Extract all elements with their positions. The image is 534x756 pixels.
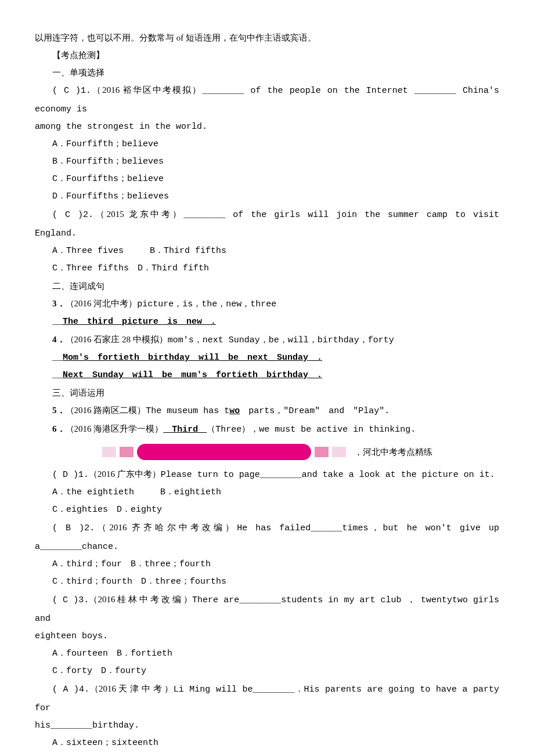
p1-c: C．eighties [52, 505, 108, 515]
q4-ans2: __Next Sunday will be mum's fortieth bir… [35, 367, 499, 384]
p3-ab: A．fourteen B．fortieth [35, 645, 499, 663]
q5: 5．（2016 路南区二模）The museum has two parts，"… [35, 401, 499, 420]
q3-stem: picture，is，the，new，three [137, 299, 276, 309]
p1-src: （2016 广东中考） [89, 469, 161, 479]
section-part1: 一、单项选择 [35, 64, 499, 81]
p4-stem: ( A )4.（2016 天 津 中 考 ）Li Ming will be___… [35, 680, 499, 717]
p3-b: B．fortieth [117, 649, 172, 659]
q2-b: B．Third fifths [150, 246, 226, 256]
section-banner: ，河北中考考点精练 [35, 443, 499, 461]
q5-num: 5． [52, 406, 66, 415]
q2-d: D．Third fifth [138, 263, 209, 273]
p2-stem: ( B )2.（2016 齐齐哈尔中考改编）He has failed_____… [35, 519, 499, 556]
q4-src: （2016 石家庄 28 中模拟） [66, 335, 168, 344]
q3-num: 3． [52, 299, 66, 308]
banner-square-icon [102, 447, 116, 457]
p3-a: A．fourteen [52, 649, 108, 659]
p1-stemtext: Please turn to page________and take a lo… [161, 470, 495, 480]
p2-b: B．three；fourth [131, 559, 211, 569]
q4-ans2-text: Next Sunday will be mum's fortieth birth… [63, 370, 322, 380]
p1-d: D．eighty [117, 505, 162, 515]
intro-line: 以用连字符，也可以不用。分数常与 of 短语连用，在句中作主语或宾语。 [35, 29, 499, 46]
q4: 4．（2016 石家庄 28 中模拟）mom's，next Sunday，be，… [35, 331, 499, 349]
banner-square-icon [315, 447, 329, 457]
section-part2: 二、连词成句 [35, 277, 499, 295]
q4-num: 4． [52, 335, 66, 344]
q5-post: parts，"Dream" and "Play". [240, 406, 389, 416]
p3-c: C．forty [52, 666, 92, 676]
p4-num: ( A )4. [52, 685, 89, 694]
q1-src: （2016 裕华区中考模拟） [91, 85, 202, 95]
p3-d: D．fourty [101, 666, 146, 676]
p2-num: ( B )2. [52, 523, 95, 533]
p1-cd: C．eighties D．eighty [35, 501, 499, 519]
q3: 3．（2016 河北中考）picture，is，the，new，three [35, 295, 499, 313]
p3-stem2: eighteen boys. [35, 628, 499, 645]
q6-ans: Third [163, 425, 207, 435]
p2-ab: A．third；four B．three；fourth [35, 556, 499, 573]
banner-pill-icon [137, 444, 311, 460]
q1-a: A．Fourfifth；believe [35, 136, 499, 153]
banner-caption: ，河北中考考点精练 [354, 443, 432, 461]
q2-src: （2015 龙东中考） [93, 209, 183, 219]
q5-ans: wo [229, 406, 240, 416]
q1-num: ( C )1. [52, 86, 91, 96]
p4-a: A．sixteen；sixteenth [35, 735, 499, 752]
q2-cd: C．Three fifths D．Third fifth [35, 260, 499, 277]
p3-cd: C．forty D．fourty [35, 663, 499, 680]
p4-b: B．sixteenth；sixteenth [35, 752, 499, 756]
p4-stem2: his________birthday. [35, 717, 499, 735]
p2-cd: C．third；fourth D．three；fourths [35, 573, 499, 591]
q1-c: C．Fourfifths；believe [35, 171, 499, 188]
q1-stem2: among the strongest in the world. [35, 118, 499, 136]
banner-square-icon [332, 447, 346, 457]
p4-src: （2016 天 津 中 考 ） [89, 684, 174, 693]
q4-stem: mom's，next Sunday，be，will，birthday，forty [168, 335, 394, 345]
q6-src: （2016 海港区升学一模） [66, 424, 164, 433]
q1-d: D．Fourfifths；believes [35, 188, 499, 205]
q3-ans: __The third picture is new . [35, 313, 499, 331]
q3-ans-text: The third picture is new . [63, 317, 216, 327]
p1-stem: ( D )1.（2016 广东中考）Please turn to page___… [35, 465, 499, 484]
p1-b: B．eightieth [160, 487, 221, 497]
q2-stem: ( C )2.（2015 龙东中考）________ of the girls … [35, 205, 499, 243]
p1-num: ( D )1. [52, 470, 89, 480]
banner-square-icon [120, 447, 134, 457]
q2-ab: A．Three fives B．Third fifths [35, 243, 499, 260]
q1-stem: ( C )1.（2016 裕华区中考模拟）________ of the peo… [35, 81, 499, 118]
q2-c: C．Three fifths [52, 263, 129, 273]
p2-c: C．third；fourth [52, 577, 132, 587]
q5-pre: The museum has t [146, 406, 229, 416]
p2-src: （2016 齐齐哈尔中考改编） [95, 523, 237, 532]
q2-num: ( C )2. [52, 210, 93, 220]
p2-d: D．three；fourths [141, 577, 226, 587]
p3-stem: ( C )3.（2016 桂 林 中 考 改 编 ）There are_____… [35, 591, 499, 628]
section-part3: 三、词语运用 [35, 384, 499, 401]
q6-num: 6． [52, 424, 66, 433]
section-detect: 【考点抢测】 [35, 46, 499, 64]
p2-a: A．third；four [52, 559, 122, 569]
q6: 6．（2016 海港区升学一模） Third （Three），we must b… [35, 420, 499, 439]
q1-b: B．Fourfifth；believes [35, 153, 499, 171]
q3-src: （2016 河北中考） [66, 299, 138, 308]
q4-ans1: __Mom's fortieth birthday will be next S… [35, 349, 499, 367]
q5-src: （2016 路南区二模） [66, 406, 146, 415]
p3-src: （2016 桂 林 中 考 改 编 ） [89, 595, 192, 604]
p1-a: A．the eightieth [52, 487, 134, 497]
p1-ab: A．the eightieth B．eightieth [35, 484, 499, 501]
q2-a: A．Three fives [52, 246, 124, 256]
q4-ans1-text: Mom's fortieth birthday will be next Sun… [63, 353, 322, 363]
q6-post: （Three），we must be active in thinking. [207, 425, 416, 435]
p3-num: ( C )3. [52, 595, 89, 605]
